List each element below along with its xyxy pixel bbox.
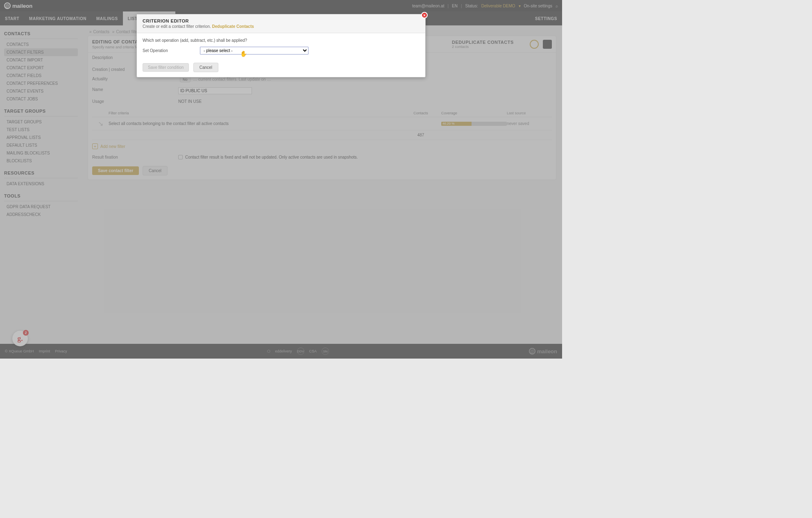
save-filter-condition-button[interactable]: Save filter condition (143, 63, 189, 72)
modal-subtitle-link[interactable]: Deduplicate Contacts (212, 24, 254, 29)
modal-subtitle: Create or edit a contact filter criterio… (143, 24, 211, 29)
modal-title: CRITERION EDITOR (143, 18, 420, 23)
close-icon[interactable]: × (421, 12, 428, 18)
cancel-button[interactable]: Cancel (193, 63, 218, 72)
set-operation-select[interactable]: - please select - (200, 47, 308, 55)
set-operation-label: Set Operation (143, 48, 200, 53)
criterion-editor-modal: × CRITERION EDITOR Create or edit a cont… (136, 14, 426, 77)
modal-question: Which set operation (add, subtract, etc.… (143, 38, 420, 43)
